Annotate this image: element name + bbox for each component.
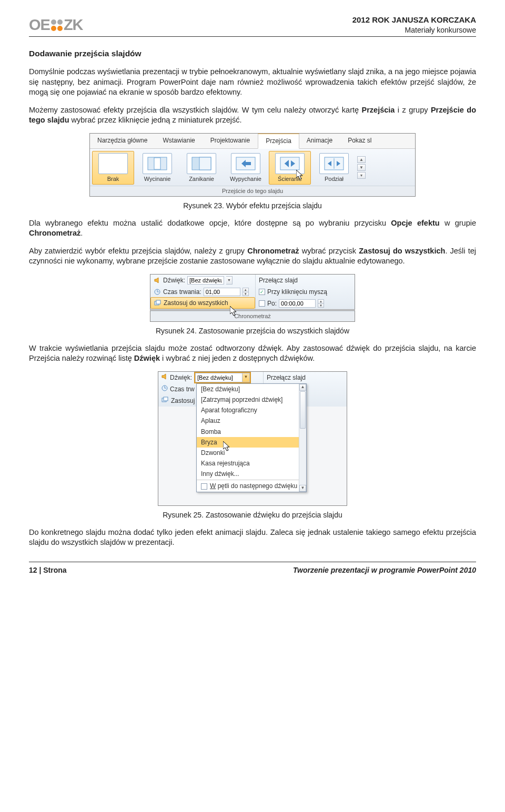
clock-icon: [161, 385, 168, 393]
paragraph-2: Możemy zastosować efekty przejścia dla w…: [29, 105, 476, 126]
sound-option[interactable]: Aplauz: [197, 415, 306, 426]
logo-text-left: OE: [29, 15, 50, 35]
ribbon-group-name: Przejście do tego slajdu: [90, 186, 415, 196]
sound-option[interactable]: Kasa rejestrująca: [197, 458, 306, 469]
paragraph-6: Do konkretnego slajdu można dodać tylko …: [29, 527, 476, 548]
sound-label: Dźwięk:: [163, 276, 185, 285]
sound-dropdown[interactable]: [195, 373, 243, 382]
transition-none[interactable]: Brak: [92, 151, 134, 185]
header-subtitle: Materiały konkursowe: [352, 25, 476, 35]
ribbon-tabs: Narzędzia główne Wstawianie Projektowani…: [90, 134, 415, 149]
transition-cut[interactable]: Wycinanie: [136, 151, 178, 185]
page-number: 12 | Strona: [29, 566, 67, 574]
page-footer: 12 | Strona Tworzenie prezentacji w prog…: [29, 562, 476, 575]
apply-label: Zastosuj: [171, 397, 195, 405]
svg-rect-6: [280, 157, 299, 170]
cursor-icon: [223, 441, 231, 452]
sound-option[interactable]: Inny dźwięk...: [197, 469, 306, 479]
advance-slide-label: Przełącz slajd: [264, 372, 347, 383]
svg-marker-28: [223, 441, 229, 451]
sound-option[interactable]: [Zatrzymaj poprzedni dźwięk]: [197, 394, 306, 405]
section-heading: Dodawanie przejścia slajdów: [29, 48, 476, 59]
svg-rect-20: [156, 300, 160, 304]
header-right: 2012 ROK JANUSZA KORCZAKA Materiały konk…: [352, 15, 476, 35]
transition-push[interactable]: Wypychanie: [225, 151, 267, 185]
paragraph-5: W trakcie wyświetlania przejścia slajdu …: [29, 343, 476, 364]
cursor-icon: [230, 306, 238, 317]
scrollbar[interactable]: ▲ ▼: [299, 384, 306, 492]
apply-all-button[interactable]: Zastosuj do wszystkich: [150, 297, 255, 309]
speaker-icon: [161, 373, 168, 382]
figure-23: Narzędzia główne Wstawianie Projektowani…: [29, 133, 476, 197]
svg-marker-15: [155, 278, 158, 283]
sound-label: Dźwięk:: [170, 373, 192, 382]
sound-option[interactable]: Dzwonki: [197, 448, 306, 458]
after-input[interactable]: [279, 299, 316, 308]
svg-rect-1: [154, 158, 160, 169]
onclick-label: Przy kliknięciu myszą: [267, 288, 327, 296]
paragraph-3: Dla wybranego efektu można ustalić dodat…: [29, 218, 476, 239]
figure-25: Dźwięk: ▼ Czas trw Zastosuj: [29, 371, 476, 506]
svg-marker-22: [162, 374, 166, 379]
tab-slideshow[interactable]: Pokaz sl: [340, 134, 379, 148]
paragraph-4: Aby zatwierdzić wybór efektu przejścia s…: [29, 246, 476, 267]
caption-24: Rysunek 24. Zastosowanie przejścia do ws…: [29, 326, 476, 336]
caption-23: Rysunek 23. Wybór efektu przejścia slajd…: [29, 201, 476, 211]
sound-dropdown-list: [Bez dźwięku] [Zatrzymaj poprzedni dźwię…: [196, 383, 307, 492]
svg-rect-3: [199, 157, 211, 170]
sound-dropdown[interactable]: [187, 276, 224, 285]
header-title: 2012 ROK JANUSZA KORCZAKA: [352, 15, 476, 25]
transition-fade[interactable]: Zanikanie: [180, 151, 223, 185]
sound-dropdown-btn[interactable]: ▼: [243, 373, 250, 382]
figure-24: Dźwięk: ▼ Czas trwania: ▲▼ Zastosuj do w…: [29, 274, 476, 310]
sound-option[interactable]: Bomba: [197, 427, 306, 437]
loop-option[interactable]: W W pętli do następnego dźwiękupętli do …: [197, 481, 306, 491]
tab-design[interactable]: Projektowanie: [203, 134, 258, 148]
clock-icon: [154, 288, 161, 296]
tab-home[interactable]: Narzędzia główne: [90, 134, 155, 148]
footer-doc-title: Tworzenie prezentacji w programie PowerP…: [293, 565, 476, 575]
after-label: Po:: [267, 299, 277, 308]
speaker-icon: [154, 277, 161, 284]
caption-25: Rysunek 25. Zastosowanie dźwięku do prze…: [29, 510, 476, 520]
duration-label: Czas trwania:: [163, 288, 201, 296]
apply-all-icon: [154, 299, 161, 307]
advance-slide-label: Przełącz slajd: [256, 275, 355, 286]
logo-text-right: ZK: [64, 15, 83, 35]
page-header: OE ZK 2012 ROK JANUSZA KORCZAKA Materiał…: [29, 15, 476, 37]
paragraph-1: Domyślnie podczas wyświetlania prezentac…: [29, 67, 476, 98]
tab-insert[interactable]: Wstawianie: [155, 134, 203, 148]
group-chronometraz: Chronometraż: [150, 311, 355, 321]
svg-marker-14: [296, 170, 302, 179]
sound-option[interactable]: [Bez dźwięku]: [197, 384, 306, 394]
transition-wipe[interactable]: Ścieranie: [269, 151, 311, 185]
tab-transitions[interactable]: Przejścia: [258, 134, 299, 149]
sound-option-selected[interactable]: Bryza: [197, 437, 306, 448]
tab-animations[interactable]: Animacje: [299, 134, 340, 148]
apply-all-icon: [161, 397, 169, 405]
cursor-icon: [296, 170, 305, 180]
after-checkbox[interactable]: [259, 300, 265, 307]
logo: OE ZK: [29, 15, 83, 35]
duration-label: Czas trw: [170, 385, 195, 393]
gallery-scroll[interactable]: ▲▼▾: [357, 151, 366, 185]
duration-input[interactable]: [204, 288, 240, 296]
transition-split[interactable]: Podział: [313, 151, 355, 185]
svg-marker-21: [230, 306, 236, 316]
onclick-checkbox[interactable]: ✓: [259, 289, 265, 295]
sound-dropdown-btn[interactable]: ▼: [226, 276, 233, 285]
after-spinner[interactable]: ▲▼: [318, 299, 324, 308]
sound-option[interactable]: Aparat fotograficzny: [197, 405, 306, 415]
svg-rect-27: [164, 397, 168, 401]
duration-spinner[interactable]: ▲▼: [243, 288, 249, 296]
